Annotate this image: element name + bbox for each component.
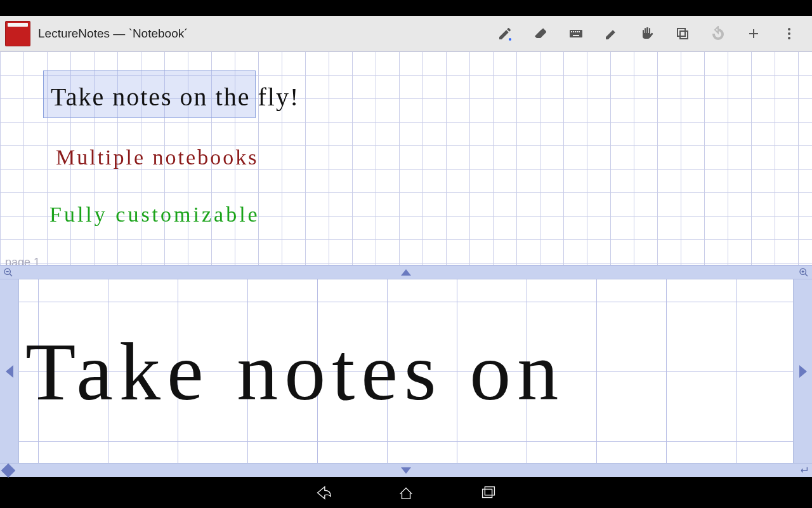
recents-button[interactable] — [476, 480, 501, 505]
svg-rect-6 — [579, 31, 580, 32]
pencil-tool-button[interactable] — [487, 16, 523, 51]
app-title: LectureNotes — `Notebook´ — [38, 27, 188, 41]
zoom-canvas[interactable]: Take notes on — [19, 279, 793, 463]
eraser-tool-button[interactable] — [523, 16, 558, 51]
home-button[interactable] — [393, 480, 419, 505]
zoom-out-icon — [3, 267, 13, 277]
handwriting-line-1: Take notes on the fly! — [51, 82, 299, 112]
zoom-handwriting: Take notes on — [25, 324, 565, 419]
app-icon[interactable] — [5, 21, 30, 46]
svg-rect-5 — [577, 31, 578, 32]
zoom-in-button[interactable] — [796, 265, 812, 279]
svg-point-11 — [788, 32, 790, 35]
home-icon — [396, 483, 416, 502]
svg-rect-20 — [483, 489, 492, 497]
svg-rect-3 — [573, 31, 574, 32]
svg-point-12 — [788, 37, 790, 39]
overflow-menu-button[interactable] — [771, 16, 807, 51]
scroll-left-button[interactable] — [0, 279, 19, 463]
zoom-panel-topbar — [0, 265, 812, 279]
recents-icon — [479, 483, 498, 502]
return-icon — [797, 465, 810, 476]
back-icon — [314, 483, 333, 502]
handwriting-line-3: Fully customizable — [49, 203, 260, 227]
android-status-bar — [0, 0, 812, 16]
svg-point-0 — [509, 38, 511, 41]
stylus-icon — [604, 26, 619, 41]
add-button[interactable] — [736, 16, 771, 51]
zoom-color-button[interactable] — [0, 464, 16, 478]
zoom-out-button[interactable] — [0, 265, 16, 279]
scroll-down-button[interactable] — [401, 467, 411, 474]
svg-rect-9 — [680, 31, 688, 39]
layers-icon — [675, 26, 690, 41]
scroll-right-button[interactable] — [793, 279, 812, 463]
svg-rect-8 — [678, 29, 685, 36]
hand-icon — [639, 26, 655, 41]
back-button[interactable] — [311, 480, 336, 505]
undo-button[interactable] — [700, 16, 736, 51]
diamond-icon — [1, 463, 16, 478]
android-nav-bar — [0, 477, 812, 508]
plus-icon — [746, 26, 761, 41]
zoom-in-icon — [799, 267, 809, 277]
zoom-newline-button[interactable] — [796, 464, 812, 478]
keyboard-tool-button[interactable] — [558, 16, 594, 51]
svg-line-17 — [805, 274, 808, 276]
keyboard-icon — [568, 26, 584, 41]
svg-rect-7 — [573, 35, 579, 36]
action-bar: LectureNotes — `Notebook´ — [0, 16, 812, 51]
zoom-writing-panel: Take notes on — [0, 265, 812, 477]
svg-rect-21 — [485, 486, 494, 495]
undo-icon — [710, 26, 726, 41]
svg-rect-4 — [575, 31, 576, 32]
stylus-tool-button[interactable] — [594, 16, 629, 51]
zoom-panel-bottombar — [0, 463, 812, 477]
canvas-area[interactable]: Take notes on the fly! Multiple notebook… — [0, 51, 812, 477]
svg-rect-2 — [571, 31, 572, 32]
more-vert-icon — [782, 26, 797, 41]
scroll-up-button[interactable] — [401, 269, 411, 276]
eraser-icon — [533, 26, 548, 41]
svg-rect-1 — [570, 30, 582, 37]
pencil-icon — [497, 26, 513, 41]
handwriting-line-2: Multiple notebooks — [56, 145, 258, 170]
hand-tool-button[interactable] — [629, 16, 665, 51]
svg-line-14 — [10, 274, 12, 276]
layers-tool-button[interactable] — [665, 16, 700, 51]
svg-point-10 — [788, 28, 790, 30]
